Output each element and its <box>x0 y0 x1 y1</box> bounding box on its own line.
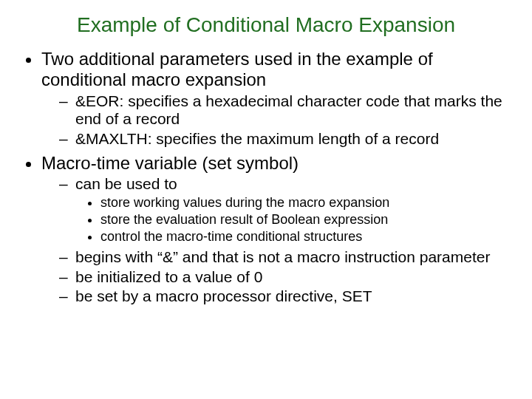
sub-item: be set by a macro processor directive, S… <box>64 287 511 306</box>
bullet-list: Two additional parameters used in the ex… <box>21 49 511 306</box>
sub-sub-item: store working values during the macro ex… <box>100 195 511 211</box>
bullet-text: Two additional parameters used in the ex… <box>41 49 433 89</box>
sub-list: &EOR: specifies a hexadecimal character … <box>41 92 511 149</box>
sub-item: &MAXLTH: specifies the maximum length of… <box>64 130 511 149</box>
slide: Example of Conditional Macro Expansion T… <box>0 0 532 399</box>
slide-title: Example of Conditional Macro Expansion <box>21 13 511 37</box>
sub-sub-item: control the macro-time conditional struc… <box>100 229 511 245</box>
sub-item: can be used to store working values duri… <box>64 175 511 245</box>
sub-sub-item: store the evaluation result of Boolean e… <box>100 212 511 228</box>
sub-text: can be used to <box>75 175 177 192</box>
bullet-item: Two additional parameters used in the ex… <box>41 49 511 149</box>
bullet-text: Macro-time variable (set symbol) <box>41 153 299 173</box>
bullet-item: Macro-time variable (set symbol) can be … <box>41 153 511 306</box>
sub-sub-list: store working values during the macro ex… <box>75 195 511 245</box>
sub-item: be initialized to a value of 0 <box>64 268 511 287</box>
sub-item: begins with “&” and that is not a macro … <box>64 248 511 267</box>
sub-list: can be used to store working values duri… <box>41 175 511 306</box>
sub-item: &EOR: specifies a hexadecimal character … <box>64 92 511 129</box>
